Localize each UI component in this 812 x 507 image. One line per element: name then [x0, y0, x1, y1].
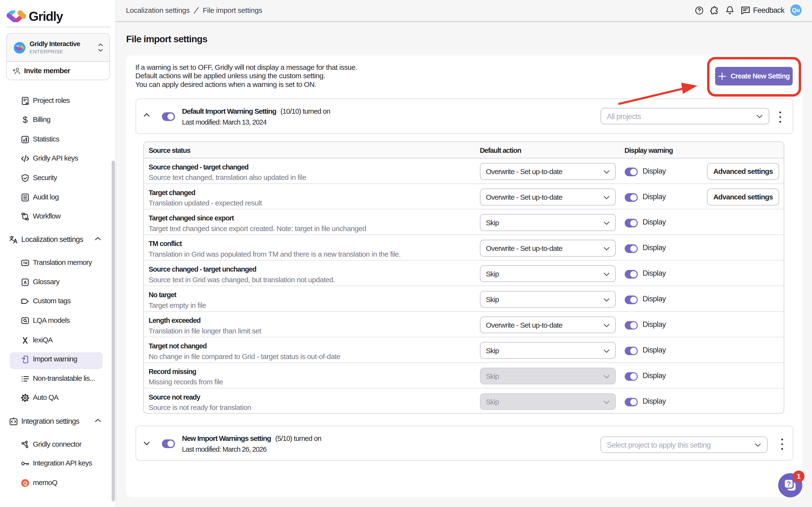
- svg-text:?: ?: [786, 480, 791, 488]
- svg-text:A: A: [24, 280, 27, 285]
- svg-text:$: $: [23, 115, 28, 125]
- svg-text:TM: TM: [23, 261, 27, 265]
- svg-text:Q: Q: [23, 480, 27, 486]
